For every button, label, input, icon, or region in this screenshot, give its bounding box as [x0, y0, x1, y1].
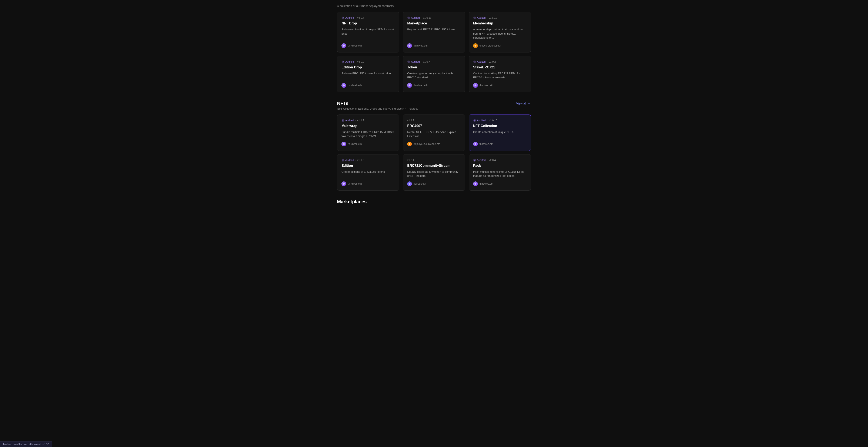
- page-subtitle: A collection of our most deployed contra…: [337, 4, 531, 8]
- audited-label: Audited: [411, 16, 420, 19]
- card-title: Edition: [341, 164, 395, 168]
- nfts-section-header: NFTs NFT Collections, Editions, Drops an…: [337, 101, 531, 110]
- card-footer: thirdweb.eth: [341, 142, 395, 146]
- version-label: v1.1.3: [357, 159, 364, 162]
- audited-label: Audited: [411, 60, 420, 63]
- card-description: Bundle multiple ERC721/ERC1155/ERC20 tok…: [341, 130, 395, 138]
- card-title: Marketplace: [407, 22, 461, 25]
- card-description: A membership contract that creates time-…: [473, 27, 527, 40]
- shield-icon: [407, 16, 410, 19]
- nfts-view-all-link[interactable]: View all →: [516, 102, 531, 105]
- svg-point-7: [409, 143, 411, 145]
- shield-icon: [473, 159, 476, 162]
- card-description: Create collection of unique NFTs.: [473, 130, 527, 138]
- card-author: thirdweb.eth: [348, 84, 362, 87]
- card-title: ERC4907: [407, 124, 461, 128]
- contract-card[interactable]: Audited · v1.1.9 Multiwrap Bundle multip…: [337, 114, 399, 151]
- audited-badge: Audited: [341, 16, 354, 19]
- audited-label: Audited: [345, 159, 354, 162]
- audited-badge: Audited: [473, 60, 486, 63]
- card-footer: thirdweb.eth: [341, 83, 395, 88]
- author-avatar: [341, 142, 346, 146]
- card-footer: thirdweb.eth: [341, 181, 395, 186]
- card-meta: Audited · v2.0.4: [473, 159, 527, 162]
- arrow-right-icon: →: [528, 102, 531, 105]
- card-description: Release ERC1155 tokens for a set price.: [341, 71, 395, 80]
- contract-card[interactable]: Audited · v4.0.9 Edition Drop Release ER…: [337, 56, 399, 92]
- contract-card[interactable]: v1.0.1 ERC721CommunityStream Equally dis…: [403, 154, 465, 191]
- card-title: StakeERC721: [473, 65, 527, 69]
- shield-icon: [473, 119, 476, 122]
- svg-point-6: [343, 143, 345, 145]
- version-label: v1.0.2: [489, 60, 496, 63]
- card-footer: thirdweb.eth: [473, 83, 527, 88]
- version-label: v4.0.7: [357, 16, 364, 19]
- card-title: Pack: [473, 164, 527, 168]
- audited-label: Audited: [345, 60, 354, 63]
- author-avatar: [407, 181, 412, 186]
- contract-card[interactable]: Audited · v12.0.3 Membership A membershi…: [469, 12, 531, 53]
- card-meta: Audited · v1.0.10: [473, 119, 527, 122]
- card-author: thirdweb.eth: [479, 143, 493, 145]
- author-avatar: [407, 43, 412, 48]
- version-label: v1.1.9: [407, 119, 414, 122]
- audited-badge: Audited: [341, 119, 354, 122]
- dot-separator: ·: [487, 119, 487, 122]
- version-label: v1.0.10: [489, 119, 497, 122]
- svg-point-10: [409, 183, 411, 184]
- contract-card[interactable]: Audited · v2.0.4 Pack Pack multiple toke…: [469, 154, 531, 191]
- shield-icon: [341, 119, 344, 122]
- version-label: v4.0.9: [357, 60, 364, 63]
- contract-card[interactable]: Audited · v4.0.7 NFT Drop Release collec…: [337, 12, 399, 53]
- contract-card[interactable]: Audited · v1.1.3 Edition Create editions…: [337, 154, 399, 191]
- audited-label: Audited: [477, 16, 486, 19]
- card-description: Equally distribute any token to communit…: [407, 170, 461, 178]
- version-label: v1.1.9: [357, 119, 364, 122]
- card-description: Pack multiple tokens into ERC1155 NFTs t…: [473, 170, 527, 178]
- card-title: Multiwrap: [341, 124, 395, 128]
- card-footer: thirdweb.eth: [407, 43, 461, 48]
- shield-icon: [341, 16, 344, 19]
- card-author: thirdweb.eth: [348, 182, 362, 185]
- shield-icon: [341, 60, 344, 63]
- author-avatar: [407, 83, 412, 88]
- dot-separator: ·: [355, 16, 356, 19]
- bottom-status-bar: thirdweb.com/thirdweb.eth/TokenERC721: [0, 441, 52, 447]
- author-avatar: [473, 43, 478, 48]
- shield-icon: [407, 60, 410, 63]
- nfts-contracts-grid: Audited · v1.1.9 Multiwrap Bundle multip…: [337, 114, 531, 191]
- author-avatar: [473, 142, 478, 146]
- card-description: Release collection of unique NFTs for a …: [341, 27, 395, 40]
- dot-separator: ·: [487, 60, 487, 63]
- card-meta: v1.1.9: [407, 119, 461, 122]
- contract-card[interactable]: Audited · v1.0.7 Token Create cryptocurr…: [403, 56, 465, 92]
- version-label: v1.0.1: [407, 159, 414, 162]
- dot-separator: ·: [355, 60, 356, 63]
- dot-separator: ·: [487, 16, 487, 19]
- card-meta: Audited · v12.0.3: [473, 16, 527, 19]
- card-meta: Audited · v1.0.7: [407, 60, 461, 63]
- audited-label: Audited: [345, 119, 354, 122]
- contract-card[interactable]: Audited · v1.0.2 StakeERC721 Contract fo…: [469, 56, 531, 92]
- author-avatar: [341, 83, 346, 88]
- svg-point-4: [409, 84, 411, 86]
- card-footer: thirdweb.eth: [341, 43, 395, 48]
- svg-point-8: [474, 143, 476, 145]
- card-meta: v1.0.1: [407, 159, 461, 162]
- author-avatar: [473, 181, 478, 186]
- card-author: thirdweb.eth: [348, 44, 362, 47]
- svg-point-9: [343, 183, 345, 184]
- contract-card[interactable]: v1.1.9 ERC4907 Rental NFT, ERC-721 User …: [403, 114, 465, 151]
- card-title: ERC721CommunityStream: [407, 164, 461, 168]
- card-footer: unlock-protocol.eth: [473, 43, 527, 48]
- contract-card[interactable]: Audited · v1.0.10 NFT Collection Create …: [469, 114, 531, 151]
- contract-card[interactable]: Audited · v1.0.18 Marketplace Buy and se…: [403, 12, 465, 53]
- shield-icon: [473, 16, 476, 19]
- audited-label: Audited: [477, 159, 486, 162]
- card-meta: Audited · v1.1.3: [341, 159, 395, 162]
- card-description: Create cryptocurrency compliant with ERC…: [407, 71, 461, 80]
- author-avatar: [341, 181, 346, 186]
- card-author: unlock-protocol.eth: [479, 44, 501, 47]
- card-title: Membership: [473, 22, 527, 25]
- top-contracts-grid: Audited · v4.0.7 NFT Drop Release collec…: [337, 12, 531, 92]
